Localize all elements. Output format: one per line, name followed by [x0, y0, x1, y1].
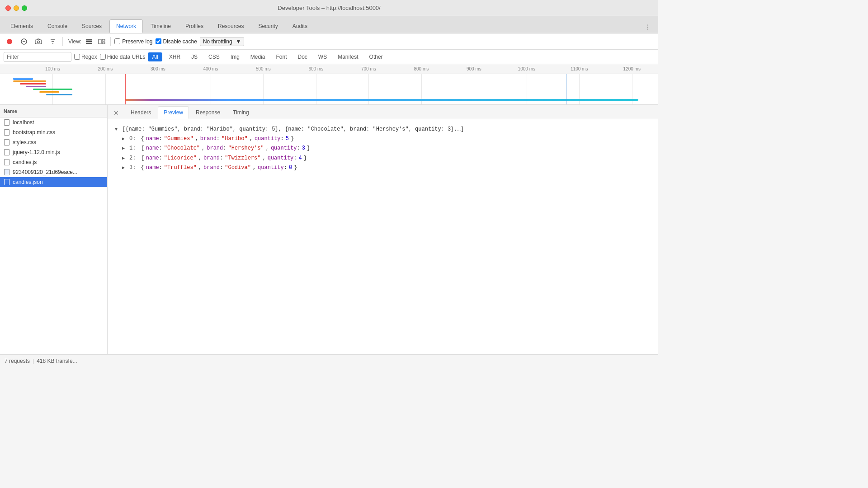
json-item-2-key-qty: quantity: — [268, 154, 297, 163]
json-item-0[interactable]: ▶ 0: { name: "Gummies" , brand: "Haribo"… — [115, 134, 651, 144]
file-item-localhost[interactable]: localhost — [0, 117, 107, 127]
file-item-bootstrap[interactable]: bootstrap.min.css — [0, 127, 107, 137]
filter-manifest[interactable]: Manifest — [334, 52, 362, 61]
toolbar: View: Preserve log Disable cache No thro… — [0, 33, 658, 50]
screenshot-button[interactable] — [33, 36, 44, 47]
filter-all[interactable]: All — [148, 52, 162, 61]
filter-input[interactable] — [4, 52, 71, 62]
disable-cache-label[interactable]: Disable cache — [156, 38, 197, 45]
preserve-log-label[interactable]: Preserve log — [114, 38, 152, 45]
disable-cache-text: Disable cache — [163, 38, 197, 45]
ruler-1100ms: 1100 ms — [571, 66, 588, 71]
json-item-2-toggle[interactable]: ▶ — [122, 155, 127, 162]
filter-button[interactable] — [47, 36, 59, 47]
tab-timeline[interactable]: Timeline — [144, 19, 178, 33]
view-list-button[interactable] — [84, 37, 94, 47]
json-item-2-sep1: , — [198, 154, 202, 163]
preserve-log-checkbox[interactable] — [114, 38, 120, 44]
preserve-log-text: Preserve log — [122, 38, 152, 45]
disable-cache-checkbox[interactable] — [156, 38, 161, 44]
svg-rect-16 — [102, 39, 105, 41]
filter-css[interactable]: CSS — [204, 52, 224, 61]
view-detail-button[interactable] — [97, 37, 107, 47]
json-item-3[interactable]: ▶ 3: { name: "Truffles" , brand: "Godiva… — [115, 163, 651, 173]
json-item-3-brace-close: } — [294, 164, 297, 172]
detail-tab-headers[interactable]: Headers — [125, 106, 157, 119]
ruler-200ms: 200 ms — [98, 66, 113, 71]
file-item-candies-js[interactable]: candies.js — [0, 157, 107, 167]
file-item-candies-json[interactable]: candies.json — [0, 177, 107, 187]
detail-tab-response[interactable]: Response — [190, 106, 226, 119]
json-item-2-val-qty: 4 — [299, 154, 302, 163]
json-item-2-val-name: "Licorice" — [164, 154, 197, 163]
customize-icon[interactable] — [642, 21, 654, 33]
json-root-line[interactable]: ▼ [{name: "Gummies", brand: "Haribo", qu… — [115, 125, 651, 134]
tab-elements[interactable]: Elements — [4, 19, 40, 33]
json-item-1-toggle[interactable]: ▶ — [122, 145, 127, 152]
timeline-chart[interactable] — [0, 74, 658, 104]
record-button[interactable] — [4, 36, 15, 47]
json-item-3-key-qty: quantity: — [258, 164, 287, 172]
tab-security[interactable]: Security — [251, 19, 284, 33]
ruler-100ms: 100 ms — [45, 66, 60, 71]
hide-data-urls-checkbox[interactable] — [100, 54, 106, 60]
json-item-1-val-name: "Chocolate" — [164, 144, 200, 153]
json-item-0-key-name: name: — [146, 135, 162, 143]
svg-rect-14 — [86, 43, 92, 44]
svg-point-1 — [647, 27, 648, 28]
filter-xhr[interactable]: XHR — [165, 52, 184, 61]
json-index-2: 2: — [129, 154, 139, 163]
json-item-1-brace-close: } — [307, 144, 310, 153]
json-item-2-key-brand: brand: — [203, 154, 223, 163]
minimize-button[interactable] — [14, 5, 19, 11]
status-bar: 7 requests | 418 KB transfe... — [0, 354, 658, 367]
tab-console[interactable]: Console — [41, 19, 74, 33]
json-item-0-toggle[interactable]: ▶ — [122, 136, 127, 143]
json-item-0-brace-open: { — [141, 135, 144, 143]
filter-doc[interactable]: Doc — [294, 52, 311, 61]
json-root-toggle[interactable]: ▼ — [115, 126, 120, 133]
requests-count: 7 requests — [5, 358, 30, 364]
hide-data-urls-label[interactable]: Hide data URLs — [100, 54, 146, 60]
filter-ws[interactable]: WS — [314, 52, 331, 61]
maximize-button[interactable] — [22, 5, 27, 11]
file-name-image: 9234009120_21d69eace... — [13, 169, 77, 175]
file-item-jquery[interactable]: jquery-1.12.0.min.js — [0, 147, 107, 157]
tab-profiles[interactable]: Profiles — [179, 19, 210, 33]
regex-label[interactable]: Regex — [74, 54, 97, 60]
detail-tab-preview[interactable]: Preview — [158, 106, 189, 119]
svg-rect-12 — [86, 39, 92, 41]
tab-sources[interactable]: Sources — [75, 19, 108, 33]
tab-audits[interactable]: Audits — [286, 19, 314, 33]
json-item-3-toggle[interactable]: ▶ — [122, 164, 127, 172]
timeline-area: 100 ms 200 ms 300 ms 400 ms 500 ms 600 m… — [0, 64, 658, 105]
close-button[interactable] — [5, 5, 11, 11]
tab-resources[interactable]: Resources — [211, 19, 250, 33]
json-item-2-key-name: name: — [146, 154, 162, 163]
stop-button[interactable] — [18, 36, 30, 47]
filter-other[interactable]: Other — [365, 52, 387, 61]
title-bar: Developer Tools – http://localhost:5000/ — [0, 0, 658, 16]
json-item-1[interactable]: ▶ 1: { name: "Chocolate" , brand: "Hersh… — [115, 144, 651, 153]
file-item-styles[interactable]: styles.css — [0, 137, 107, 147]
ruler-700ms: 700 ms — [361, 66, 376, 71]
throttle-select[interactable]: No throttling ▼ — [200, 37, 245, 46]
filter-font[interactable]: Font — [272, 52, 291, 61]
json-item-2[interactable]: ▶ 2: { name: "Licorice" , brand: "Twizzl… — [115, 154, 651, 163]
json-item-3-sep2: , — [253, 164, 256, 172]
nav-icons — [642, 21, 658, 33]
filter-media[interactable]: Media — [246, 52, 269, 61]
json-item-3-sep1: , — [198, 164, 202, 172]
filter-img[interactable]: Img — [226, 52, 244, 61]
detail-tab-timing[interactable]: Timing — [227, 106, 255, 119]
tab-network[interactable]: Network — [109, 19, 143, 33]
close-detail-button[interactable]: ✕ — [111, 108, 121, 118]
json-root-summary: [{name: "Gummies", brand: "Haribo", quan… — [122, 125, 464, 134]
hide-data-urls-text: Hide data URLs — [107, 54, 146, 60]
filter-js[interactable]: JS — [187, 52, 202, 61]
file-name-localhost: localhost — [13, 119, 34, 126]
ruler-1200ms: 1200 ms — [623, 66, 641, 71]
svg-rect-8 — [38, 39, 40, 40]
regex-checkbox[interactable] — [74, 54, 80, 60]
file-item-image[interactable]: 9234009120_21d69eace... — [0, 167, 107, 177]
